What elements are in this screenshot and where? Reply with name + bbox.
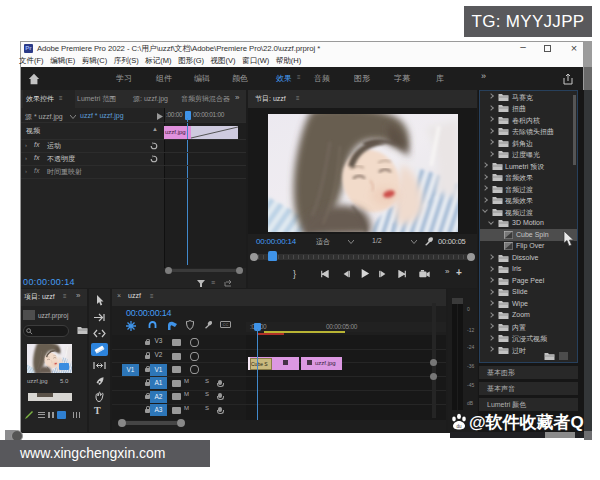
svg-text:du: du [456,424,462,429]
